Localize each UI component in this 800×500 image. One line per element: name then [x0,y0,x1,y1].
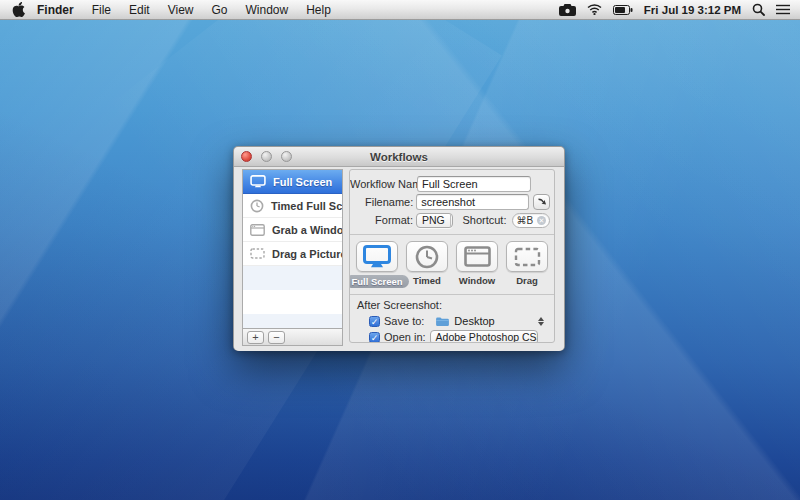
mode-timed[interactable]: Timed [404,241,450,289]
clock-icon [415,245,439,269]
open-in-value: Adobe Photoshop CS5 [431,331,538,343]
workflow-name-label: Workflow Name: [350,178,414,190]
clock-icon [250,199,264,213]
workflow-item-label: Grab a Window [272,224,342,236]
workflow-name-input[interactable]: Full Screen [417,176,531,192]
menu-window[interactable]: Window [246,3,289,17]
menu-help[interactable]: Help [306,3,331,17]
workflow-item-full-screen[interactable]: Full Screen [243,170,342,194]
shortcut-label: Shortcut: [462,214,506,226]
save-to-checkbox[interactable]: ✓ [369,316,380,327]
menu-finder[interactable]: Finder [37,3,74,17]
workflow-list-footer: + − [243,328,342,345]
title-bar[interactable]: Workflows [234,147,564,167]
workflow-item-drag-a-picture[interactable]: Drag a Picture [243,242,342,266]
menu-edit[interactable]: Edit [129,3,150,17]
add-workflow-button[interactable]: + [247,331,264,344]
workflow-list-empty-rows [243,266,342,328]
mode-drag[interactable]: Drag [504,241,550,289]
menu-list: Finder File Edit View Go Window Help [37,3,331,17]
close-button[interactable] [241,151,252,162]
save-to-value[interactable]: Desktop [454,315,494,327]
workflow-list: Full Screen Timed Full Screen Grab a Win… [242,169,343,346]
mode-label: Window [459,275,495,286]
drag-icon [250,248,265,259]
save-to-label: Save to: [384,315,424,327]
clear-shortcut-icon[interactable]: ✕ [537,216,546,225]
remove-workflow-button[interactable]: − [268,331,285,344]
workflow-list-rows: Full Screen Timed Full Screen Grab a Win… [243,170,342,328]
filename-label: Filename: [350,196,413,208]
window-icon [464,246,491,267]
mode-window-button[interactable] [456,241,498,272]
menu-bar: Finder File Edit View Go Window Help Fri… [0,0,800,20]
wifi-icon[interactable] [587,4,602,15]
format-value: PNG [417,214,450,226]
traffic-lights [241,151,292,162]
workflow-item-timed-full-screen[interactable]: Timed Full Screen [243,194,342,218]
menu-go[interactable]: Go [212,3,228,17]
mode-full-screen-button[interactable] [356,241,398,272]
divider [350,294,554,295]
format-shortcut-row: Format: PNG Shortcut: ⌘B ✕ [350,211,554,229]
filename-token-button[interactable] [533,194,550,210]
mode-timed-button[interactable] [406,241,448,272]
workflow-settings-panel: Workflow Name: Full Screen Filename: scr… [349,169,555,343]
after-screenshot-heading: After Screenshot: [350,299,554,313]
shortcut-input[interactable]: ⌘B ✕ [512,213,550,228]
shortcut-value: ⌘B [516,215,533,226]
filename-input[interactable]: screenshot [416,194,529,210]
notification-list-icon[interactable] [776,4,790,15]
open-in-popup[interactable]: Adobe Photoshop CS5 [430,330,538,344]
minimize-button[interactable] [261,151,272,162]
divider [350,234,554,235]
filename-row: Filename: screenshot [350,193,554,211]
mode-label: Drag [516,275,538,286]
workflows-window: Workflows Full Screen [233,146,565,351]
workflow-item-label: Drag a Picture [272,248,342,260]
apple-menu-icon[interactable] [12,2,25,17]
format-popup[interactable]: PNG [416,213,453,228]
spotlight-icon[interactable] [752,3,765,16]
popup-stepper-icon [450,214,454,227]
workflow-item-label: Full Screen [273,176,332,188]
window-content: Full Screen Timed Full Screen Grab a Win… [234,167,564,351]
window-icon [250,224,265,236]
save-to-row: ✓ Save to: Desktop [350,313,554,329]
display-icon [363,245,391,268]
menu-bar-clock[interactable]: Fri Jul 19 3:12 PM [644,4,741,16]
mode-drag-button[interactable] [506,241,548,272]
menu-bar-status: Fri Jul 19 3:12 PM [559,3,800,16]
drag-icon [514,247,541,267]
open-in-checkbox[interactable]: ✓ [369,332,380,343]
folder-icon [435,316,450,327]
workflow-name-row: Workflow Name: Full Screen [350,175,554,193]
menu-view[interactable]: View [168,3,194,17]
desktop: Finder File Edit View Go Window Help Fri… [0,0,800,500]
insert-token-icon [537,197,547,207]
mode-full-screen[interactable]: Full Screen [354,241,400,289]
mode-window[interactable]: Window [454,241,500,289]
open-in-row: ✓ Open in: Adobe Photoshop CS5 [350,329,554,343]
workflow-item-label: Timed Full Screen [271,200,342,212]
battery-icon[interactable] [613,5,633,15]
menu-file[interactable]: File [92,3,111,17]
mode-label: Timed [413,275,441,286]
zoom-button[interactable] [281,151,292,162]
format-label: Format: [350,214,413,226]
workflow-item-grab-a-window[interactable]: Grab a Window [243,218,342,242]
save-to-stepper-icon[interactable] [538,317,544,326]
mode-label: Full Screen [349,275,409,288]
camera-icon[interactable] [559,4,576,16]
open-in-label: Open in: [384,331,426,343]
display-icon [250,175,266,188]
capture-mode-buttons: Full Screen Timed [350,239,554,289]
